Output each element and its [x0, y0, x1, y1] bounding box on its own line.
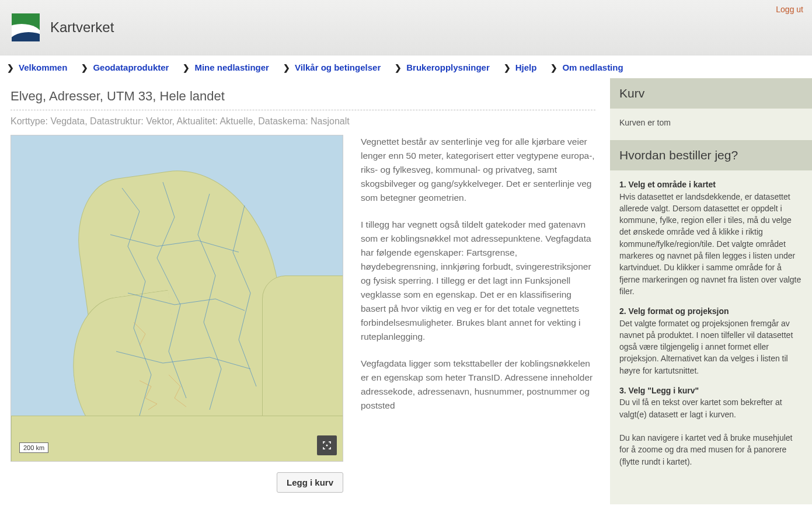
site-title: Kartverket	[50, 19, 114, 36]
help-panel-title: Hvordan bestiller jeg?	[610, 140, 812, 170]
page-title: Elveg, Adresser, UTM 33, Hele landet	[11, 89, 595, 104]
chevron-right-icon: ❯	[7, 63, 14, 72]
help-step-heading: 1. Velg et område i kartet	[619, 180, 716, 189]
sidebar: Kurv Kurven er tom Hvordan bestiller jeg…	[610, 78, 812, 504]
nav-label: Velkommen	[19, 62, 67, 72]
nav-mine-nedlastinger[interactable]: ❯Mine nedlastinger	[183, 62, 269, 72]
help-step: 1. Velg et område i kartet Hvis datasett…	[619, 179, 803, 297]
description-paragraph: Vegnettet består av senterlinje veg for …	[361, 135, 595, 205]
nav-geodataprodukter[interactable]: ❯Geodataprodukter	[81, 62, 169, 72]
help-panel-body: 1. Velg et område i kartet Hvis datasett…	[610, 170, 812, 487]
nav-label: Brukeropplysninger	[406, 62, 490, 72]
help-step-heading: 3. Velg "Legg i kurv"	[619, 386, 699, 395]
help-step-text: Hvis datasettet er landsdekkende, er dat…	[619, 192, 801, 296]
product-row: 200 km Legg i kurv	[11, 135, 595, 493]
chevron-right-icon: ❯	[81, 63, 88, 72]
divider	[11, 110, 595, 110]
help-nav-note: Du kan navigere i kartet ved å bruke mus…	[619, 432, 803, 468]
nav-vilkar[interactable]: ❯Vilkår og betingelser	[283, 62, 381, 72]
nav-label: Hjelp	[515, 62, 537, 72]
chevron-right-icon: ❯	[183, 63, 190, 72]
nav-om-nedlasting[interactable]: ❯Om nedlasting	[550, 62, 623, 72]
content-area: Elveg, Adresser, UTM 33, Hele landet Kor…	[0, 78, 812, 504]
product-meta: Korttype: Vegdata, Datastruktur: Vektor,…	[11, 116, 595, 127]
product-description: Vegnettet består av senterlinje veg for …	[361, 135, 595, 426]
svg-rect-3	[330, 441, 331, 444]
nav-label: Mine nedlastinger	[194, 62, 269, 72]
chevron-right-icon: ❯	[283, 63, 290, 72]
svg-rect-7	[330, 447, 331, 449]
main-nav: ❯Velkommen ❯Geodataprodukter ❯Mine nedla…	[0, 55, 812, 78]
nav-hjelp[interactable]: ❯Hjelp	[504, 62, 537, 72]
map-column: 200 km Legg i kurv	[11, 135, 343, 493]
svg-rect-5	[323, 447, 324, 449]
map-scale-label: 200 km	[19, 442, 48, 453]
add-to-cart-button[interactable]: Legg i kurv	[277, 472, 343, 493]
logo-block: Kartverket	[12, 13, 114, 41]
description-paragraph: I tillegg har vegnett også tildelt gatek…	[361, 218, 595, 344]
fullscreen-icon	[322, 440, 332, 451]
nav-label: Geodataprodukter	[93, 62, 169, 72]
chevron-right-icon: ❯	[550, 63, 557, 72]
add-cart-row: Legg i kurv	[11, 472, 343, 493]
nav-brukeropplysninger[interactable]: ❯Brukeropplysninger	[395, 62, 490, 72]
help-step-text: Det valgte formatet og projeksjonen frem…	[619, 319, 793, 375]
main-column: Elveg, Adresser, UTM 33, Hele landet Kor…	[0, 78, 610, 503]
nav-label: Om nedlasting	[562, 62, 623, 72]
description-paragraph: Vegfagdata ligger som teksttabeller der …	[361, 357, 595, 413]
fullscreen-button[interactable]	[317, 435, 337, 455]
kartverket-logo-icon	[12, 13, 40, 41]
help-step-heading: 2. Velg format og projeksjon	[619, 306, 729, 316]
map-landmass	[11, 416, 343, 462]
cart-panel-title: Kurv	[610, 78, 812, 109]
help-step-text: Du vil få en tekst over kartet som bekre…	[619, 398, 782, 419]
svg-point-8	[326, 445, 328, 447]
chevron-right-icon: ❯	[504, 63, 511, 72]
nav-label: Vilkår og betingelser	[295, 62, 381, 72]
help-step: 2. Velg format og projeksjon Det valgte …	[619, 305, 803, 376]
cart-empty-text: Kurven er tom	[619, 118, 671, 127]
chevron-right-icon: ❯	[395, 63, 402, 72]
svg-rect-1	[323, 441, 324, 444]
help-step: 3. Velg "Legg i kurv" Du vil få en tekst…	[619, 385, 803, 420]
site-header: Kartverket Logg ut	[0, 0, 812, 55]
logout-link[interactable]: Logg ut	[776, 5, 803, 14]
map-canvas[interactable]: 200 km	[11, 135, 343, 462]
cart-panel-body: Kurven er tom	[610, 109, 812, 140]
nav-velkommen[interactable]: ❯Velkommen	[7, 62, 67, 72]
